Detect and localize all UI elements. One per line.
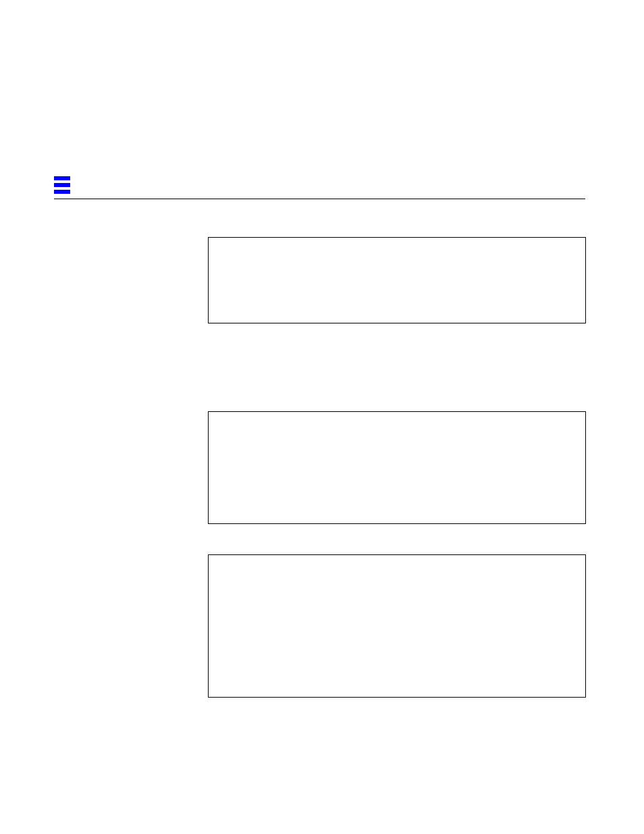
header-divider xyxy=(54,199,585,199)
document-page xyxy=(0,0,644,834)
content-box-2 xyxy=(208,411,586,524)
icon-bar xyxy=(54,183,70,187)
icon-bar xyxy=(54,190,70,194)
content-box-1 xyxy=(208,237,586,323)
icon-bar xyxy=(54,176,70,180)
triple-bar-icon xyxy=(54,176,70,194)
content-box-3 xyxy=(208,554,586,698)
